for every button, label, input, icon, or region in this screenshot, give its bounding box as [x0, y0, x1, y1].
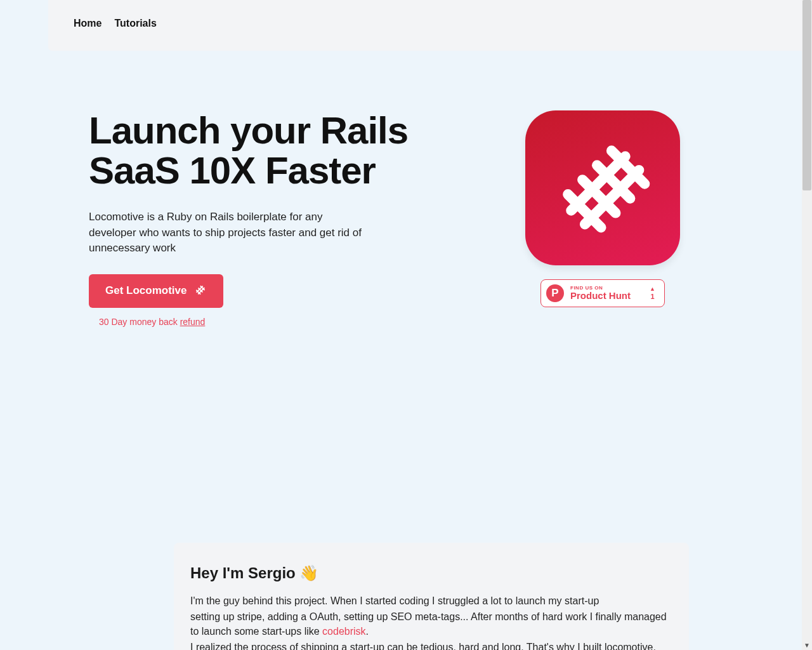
upvote-triangle-icon: ▲	[650, 286, 655, 292]
hero-content: Launch your Rails SaaS 10X Faster Locomo…	[89, 110, 482, 327]
product-hunt-logo-icon: P	[546, 284, 564, 302]
refund-note: 30 Day money back refund	[89, 317, 482, 327]
bio-p2a: setting up stripe, adding a OAuth, setti…	[190, 611, 667, 637]
bio-p3: I realized the process of shipping a sta…	[190, 640, 672, 650]
bio-p1: I'm the guy behind this project. When I …	[190, 594, 672, 608]
product-hunt-badge[interactable]: P FIND US ON Product Hunt ▲ 1	[540, 279, 665, 307]
hero-lead: Locomotive is a Ruby on Rails boilerplat…	[89, 209, 368, 256]
locomotive-app-icon	[525, 110, 680, 265]
vertical-scrollbar[interactable]: ▼	[802, 0, 812, 650]
scroll-down-arrow-icon[interactable]: ▼	[802, 640, 812, 650]
bio-p2b: .	[366, 626, 369, 637]
bio-heading: Hey I'm Sergio 👋	[190, 564, 672, 582]
get-locomotive-button[interactable]: Get Locomotive	[89, 274, 223, 308]
hero-artwork: P FIND US ON Product Hunt ▲ 1	[508, 110, 698, 307]
hero-title: Launch your Rails SaaS 10X Faster	[89, 110, 482, 190]
author-bio: Hey I'm Sergio 👋 I'm the guy behind this…	[174, 543, 689, 650]
scroll-thumb[interactable]	[802, 0, 811, 190]
nav-home[interactable]: Home	[74, 18, 102, 29]
rails-icon	[193, 282, 207, 300]
ph-upvote: ▲ 1	[650, 286, 655, 300]
top-nav: Home Tutorials	[48, 0, 812, 51]
hero: Launch your Rails SaaS 10X Faster Locomo…	[48, 51, 812, 327]
bio-p2: setting up stripe, adding a OAuth, setti…	[190, 609, 672, 639]
cta-label: Get Locomotive	[105, 284, 187, 297]
refund-prefix: 30 Day money back	[99, 317, 180, 327]
ph-big-label: Product Hunt	[570, 291, 643, 301]
ph-count: 1	[650, 293, 654, 300]
codebrisk-link[interactable]: codebrisk	[322, 626, 365, 637]
refund-link[interactable]: refund	[180, 317, 206, 327]
nav-tutorials[interactable]: Tutorials	[114, 18, 156, 29]
product-hunt-text: FIND US ON Product Hunt	[570, 286, 643, 301]
